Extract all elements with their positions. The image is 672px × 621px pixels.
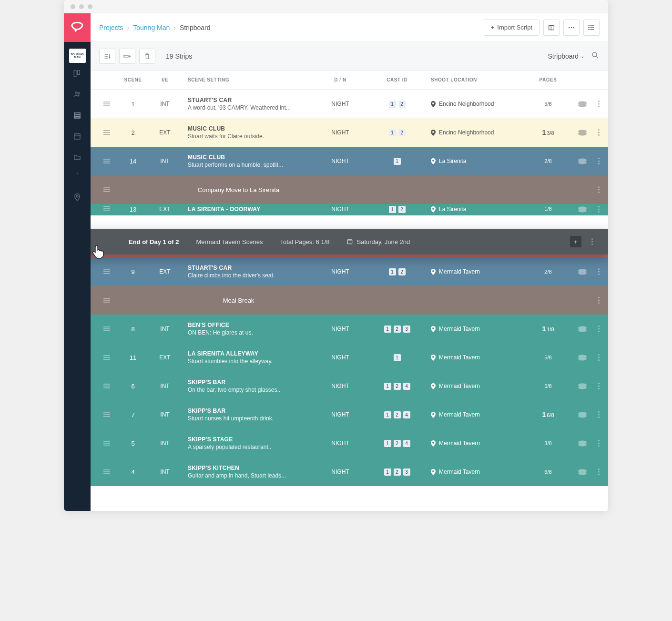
delete-button[interactable] bbox=[139, 49, 155, 64]
left-rail: TOURINGMAN bbox=[64, 13, 91, 511]
drag-handle-icon[interactable] bbox=[95, 206, 118, 211]
drag-handle-icon[interactable] bbox=[95, 159, 118, 163]
row-menu-icon[interactable] bbox=[597, 440, 608, 447]
cast-ids: 1 bbox=[367, 354, 427, 361]
row-menu-icon[interactable] bbox=[597, 383, 608, 389]
svg-point-58 bbox=[598, 163, 600, 164]
row-menu-icon[interactable] bbox=[591, 238, 601, 245]
scene-number: 8 bbox=[118, 326, 148, 333]
rail-calendar-icon[interactable] bbox=[64, 126, 91, 147]
cast-ids: 12 bbox=[367, 206, 427, 213]
shoot-location: Encino Neighborhood bbox=[427, 101, 528, 107]
dn-value: NIGHT bbox=[314, 411, 367, 418]
box-icon bbox=[568, 206, 597, 213]
dayend-title: End of Day 1 of 2 bbox=[129, 238, 179, 245]
box-icon bbox=[568, 129, 597, 136]
cast-ids: 12 bbox=[367, 129, 427, 136]
scene-setting: MUSIC CLUBStuart performs on a humble, s… bbox=[182, 154, 314, 168]
drag-handle-icon[interactable] bbox=[95, 441, 118, 446]
table-row[interactable]: 13 EXT LA SIRENITA - DOORWAY NIGHT 12 La… bbox=[91, 204, 608, 215]
svg-point-11 bbox=[77, 173, 78, 174]
row-menu-icon[interactable] bbox=[597, 326, 608, 332]
table-row[interactable]: 7 INT SKIPP'S BARStuart nurses hit umpte… bbox=[91, 400, 608, 429]
view-selector[interactable]: Stripboard ⌄ bbox=[548, 52, 584, 60]
project-thumb[interactable]: TOURINGMAN bbox=[69, 49, 86, 63]
day-end-bar[interactable]: End of Day 1 of 2 Mermaid Tavern Scenes … bbox=[91, 229, 608, 255]
import-script-button[interactable]: + Import Script bbox=[484, 20, 540, 36]
scene-setting: MUSIC CLUBStuart waits for Claire outsid… bbox=[182, 125, 314, 140]
drag-handle-icon[interactable] bbox=[95, 130, 118, 135]
rail-location-icon[interactable] bbox=[64, 187, 91, 208]
table-row[interactable]: 2 EXT MUSIC CLUBStuart waits for Claire … bbox=[91, 118, 608, 147]
svg-point-63 bbox=[598, 189, 600, 191]
list-button[interactable] bbox=[583, 20, 600, 36]
table-row[interactable]: 8 INT BEN'S OFFICEON BEN: He glares at u… bbox=[91, 315, 608, 343]
table-row[interactable]: 1 INT STUART'S CARA word-out, '93 CAMRY.… bbox=[91, 90, 608, 118]
breadcrumb-project[interactable]: Touring Man bbox=[133, 24, 170, 31]
table-row[interactable]: 4 INT SKIPP'S KITCHENGuitar and amp in h… bbox=[91, 458, 608, 486]
table-row[interactable]: 6 INT SKIPP'S BAROn the bar, two empty s… bbox=[91, 372, 608, 400]
drag-handle-icon[interactable] bbox=[95, 384, 118, 388]
cast-ids: 12 bbox=[367, 101, 427, 108]
table-row[interactable]: 5 INT SKIPP'S STAGEA sparsely populated … bbox=[91, 429, 608, 458]
drag-handle-icon[interactable] bbox=[95, 269, 118, 274]
row-menu-icon[interactable] bbox=[597, 411, 608, 418]
svg-point-96 bbox=[598, 274, 600, 275]
drag-handle-icon[interactable] bbox=[95, 355, 118, 360]
dayend-total: Total Pages: 6 1/8 bbox=[280, 238, 329, 245]
drag-handle-icon[interactable] bbox=[95, 298, 118, 303]
svg-point-128 bbox=[598, 386, 600, 387]
row-menu-icon[interactable] bbox=[597, 101, 608, 107]
row-menu-icon[interactable] bbox=[597, 268, 608, 275]
panel-toggle-button[interactable] bbox=[543, 20, 560, 36]
drag-handle-icon[interactable] bbox=[95, 102, 118, 106]
more-button[interactable] bbox=[563, 20, 580, 36]
banner-strip[interactable]: Company Move to La Sirenita bbox=[91, 175, 608, 204]
search-icon[interactable] bbox=[591, 51, 600, 61]
drag-handle-icon[interactable] bbox=[95, 412, 118, 417]
scene-setting: SKIPP'S STAGEA sparsely populated restau… bbox=[182, 436, 314, 450]
rail-folder-icon[interactable] bbox=[64, 147, 91, 168]
drag-handle-icon[interactable] bbox=[95, 326, 118, 331]
table-row[interactable]: 14 INT MUSIC CLUBStuart performs on a hu… bbox=[91, 147, 608, 175]
zoom-dot[interactable] bbox=[88, 4, 92, 9]
rail-stripboard-icon[interactable] bbox=[64, 105, 91, 126]
breadcrumb-projects[interactable]: Projects bbox=[99, 24, 123, 31]
svg-point-40 bbox=[598, 106, 600, 107]
sort-button[interactable] bbox=[99, 49, 115, 64]
svg-point-38 bbox=[598, 101, 600, 102]
view-label: Stripboard bbox=[548, 52, 579, 60]
gap bbox=[91, 215, 608, 229]
drag-handle-icon[interactable] bbox=[95, 187, 118, 192]
scene-setting: SKIPP'S BARStuart nurses hit umpteenth d… bbox=[182, 407, 314, 422]
chevron-down-icon: ⌄ bbox=[580, 53, 584, 59]
row-menu-icon[interactable] bbox=[359, 297, 608, 304]
add-strip-button[interactable] bbox=[119, 49, 135, 64]
ie-value: INT bbox=[148, 468, 182, 475]
row-menu-icon[interactable] bbox=[597, 354, 608, 361]
row-menu-icon[interactable] bbox=[359, 186, 608, 193]
svg-rect-0 bbox=[74, 71, 76, 76]
row-menu-icon[interactable] bbox=[597, 468, 608, 475]
dn-value: NIGHT bbox=[314, 440, 367, 447]
dn-value: NIGHT bbox=[314, 383, 367, 389]
svg-point-30 bbox=[592, 52, 597, 57]
svg-point-57 bbox=[598, 161, 600, 162]
table-row[interactable]: 11 EXT LA SIRENITA ALLEYWAYStuart stumbl… bbox=[91, 343, 608, 372]
close-dot[interactable] bbox=[71, 4, 75, 9]
banner-strip[interactable]: Meal Break bbox=[91, 286, 608, 315]
rail-people-icon[interactable] bbox=[64, 84, 91, 105]
row-menu-icon[interactable] bbox=[597, 158, 608, 164]
svg-point-154 bbox=[598, 468, 600, 470]
minimize-dot[interactable] bbox=[79, 4, 84, 9]
svg-point-49 bbox=[598, 134, 600, 136]
pages-value: 5/8 bbox=[528, 101, 568, 107]
rail-board-icon[interactable] bbox=[64, 63, 91, 84]
rail-more-icon[interactable] bbox=[64, 168, 91, 179]
table-row[interactable]: 9 EXT STUART'S CARClaire climbs into the… bbox=[91, 257, 608, 286]
app-logo[interactable] bbox=[64, 13, 91, 42]
add-day-button[interactable]: + bbox=[570, 236, 581, 247]
drag-handle-icon[interactable] bbox=[95, 469, 118, 474]
row-menu-icon[interactable] bbox=[597, 129, 608, 136]
row-menu-icon[interactable] bbox=[597, 206, 608, 213]
